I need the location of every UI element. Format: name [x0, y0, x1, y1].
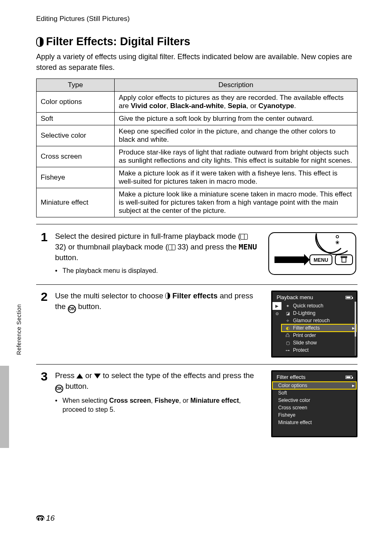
menu-item-color-options[interactable]: Color options: [272, 382, 356, 389]
slideshow-icon: ▢: [285, 341, 291, 345]
menu-item-soft[interactable]: Soft: [272, 389, 356, 397]
menu-item-quick-retouch[interactable]: ✦Quick retouch: [281, 302, 356, 309]
menu-item-fisheye[interactable]: Fisheye: [272, 411, 356, 419]
table-row: Miniature effect Make a picture look lik…: [37, 188, 357, 217]
effects-table: Type Description Color options Apply col…: [36, 78, 357, 217]
cell-type: Selective color: [37, 125, 115, 146]
table-row: Color options Apply color effects to pic…: [37, 92, 357, 113]
camera-diagram: ❀ MENU: [267, 231, 357, 278]
retouch-icon: ✦: [285, 304, 291, 308]
page-title: Filter Effects: Digital Filters: [36, 35, 357, 48]
cell-type: Color options: [37, 92, 115, 113]
sidebar-tab-playback: ▶: [272, 302, 281, 310]
reference-section-icon: [36, 515, 44, 521]
filter-icon: ◐: [285, 326, 291, 330]
menu-item-glamour-retouch[interactable]: ✧Glamour retouch: [281, 317, 356, 324]
svg-marker-5: [304, 254, 310, 265]
menu-item-cross-screen[interactable]: Cross screen: [272, 404, 356, 411]
svg-text:❀: ❀: [335, 240, 339, 245]
ok-button-icon: OK: [68, 305, 76, 313]
diagram-menu-label: MENU: [314, 257, 328, 263]
step-instruction: Select the desired picture in full-frame…: [55, 231, 260, 263]
glamour-icon: ✧: [285, 318, 291, 323]
step: 3 Press or to select the type of the eff…: [36, 370, 357, 444]
step-number: 2: [36, 291, 48, 303]
svg-rect-7: [342, 257, 346, 262]
manual-ref-icon: [168, 245, 175, 250]
lcd-menu-list: Color options Soft Selective color Cross…: [272, 382, 356, 434]
scrollbar[interactable]: [355, 302, 356, 355]
table-row: Soft Give the picture a soft look by blu…: [37, 113, 357, 125]
dlighting-icon: ◪: [285, 311, 291, 316]
cell-desc: Produce star-like rays of light that rad…: [115, 146, 357, 167]
table-row: Selective color Keep one specified color…: [37, 125, 357, 146]
step: 1 Select the desired picture in full-fra…: [36, 231, 357, 285]
divider: [36, 224, 357, 224]
menu-item-miniature-effect[interactable]: Miniature effect: [272, 419, 356, 426]
cell-desc: Make a picture look as if it were taken …: [115, 167, 357, 188]
lcd-title-text: Playback menu: [277, 294, 313, 300]
intro-text: Apply a variety of effects using digital…: [36, 51, 357, 73]
filter-icon: [36, 37, 44, 47]
cell-desc: Keep one specified color in the picture,…: [115, 125, 357, 146]
protect-icon: ⊶: [285, 348, 291, 353]
lcd-menu-list: ✦Quick retouch ◪D-Lighting ✧Glamour reto…: [281, 302, 356, 354]
step-bullet: When selecting Cross screen, Fisheye, or…: [55, 396, 264, 415]
menu-item-protect[interactable]: ⊶Protect: [281, 346, 356, 354]
side-tab: Reference Section: [16, 304, 22, 355]
page-number: 16: [46, 514, 55, 523]
battery-icon: [346, 376, 352, 379]
arrow-up-icon: [76, 374, 83, 378]
lcd-playback-menu: Playback menu ▶ ⚙ ✦Quick retouch ◪D-Ligh…: [271, 291, 357, 358]
heading-text: Filter Effects: Digital Filters: [46, 35, 190, 48]
th-type: Type: [37, 79, 115, 92]
step-bullet: The playback menu is displayed.: [55, 266, 260, 275]
manual-ref-icon: [240, 234, 248, 240]
arrow-down-icon: [94, 374, 101, 378]
cell-desc: Apply color effects to pictures as they …: [115, 92, 357, 113]
menu-item-d-lighting[interactable]: ◪D-Lighting: [281, 309, 356, 317]
step-number: 3: [36, 370, 48, 383]
cell-desc: Make a picture look like a miniature sce…: [115, 188, 357, 217]
ok-button-icon: OK: [55, 385, 63, 393]
cell-desc: Give the picture a soft look by blurring…: [115, 113, 357, 125]
step-number: 1: [36, 231, 48, 243]
menu-item-print-order[interactable]: 凸Print order: [281, 332, 356, 339]
step-instruction: Use the multi selector to choose Filter …: [55, 291, 264, 313]
table-row: Fisheye Make a picture look as if it wer…: [37, 167, 357, 188]
lcd-title-text: Filter effects: [277, 374, 306, 380]
cell-type: Miniature effect: [37, 188, 115, 217]
page-footer: 16: [36, 514, 55, 523]
th-description: Description: [115, 79, 357, 92]
cell-type: Soft: [37, 113, 115, 125]
lcd-sidebar: ▶ ⚙: [272, 302, 281, 354]
print-icon: 凸: [285, 332, 291, 338]
breadcrumb: Editing Pictures (Still Pictures): [36, 15, 357, 23]
side-margin-indicator: [0, 366, 9, 448]
step-instruction: Press or to select the type of the effec…: [55, 370, 264, 393]
menu-item-filter-effects[interactable]: ◐Filter effects: [281, 324, 356, 332]
menu-button-label: MENU: [239, 242, 257, 251]
svg-rect-4: [274, 256, 304, 263]
cell-type: Fisheye: [37, 167, 115, 188]
step: 2 Use the multi selector to choose Filte…: [36, 291, 357, 365]
cell-type: Cross screen: [37, 146, 115, 167]
menu-item-blank: [272, 426, 356, 434]
filter-icon: [165, 293, 170, 299]
sidebar-tab-setup: ⚙: [272, 310, 281, 318]
menu-item-selective-color[interactable]: Selective color: [272, 397, 356, 404]
lcd-filter-effects: Filter effects Color options Soft Select…: [271, 370, 357, 437]
menu-item-slide-show[interactable]: ▢Slide show: [281, 339, 356, 346]
battery-icon: [346, 296, 352, 299]
table-row: Cross screen Produce star-like rays of l…: [37, 146, 357, 167]
svg-point-1: [336, 235, 339, 238]
